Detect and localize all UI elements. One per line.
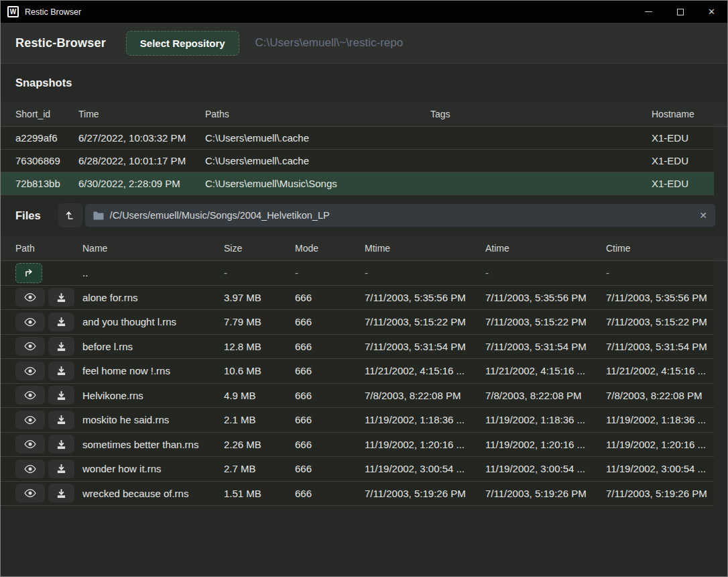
preview-file-button[interactable] — [15, 288, 45, 307]
download-icon — [56, 366, 66, 376]
preview-file-button[interactable] — [15, 386, 45, 405]
file-atime: 7/11/2003, 5:31:54 PM — [485, 341, 606, 352]
file-atime: 7/8/2003, 8:22:08 PM — [485, 390, 606, 401]
file-ctime: 11/21/2002, 4:15:16 ... — [606, 365, 709, 376]
file-size: 3.97 MB — [224, 292, 295, 303]
eye-icon — [23, 464, 37, 474]
file-mode: 666 — [295, 316, 365, 327]
download-file-button[interactable] — [48, 313, 74, 331]
file-size: 10.6 MB — [224, 365, 295, 376]
file-name: wrecked because of.rns — [82, 488, 224, 499]
snapshots-table-header: Short_idTimePathsTagsHostname — [1, 101, 727, 127]
snapshot-short-id: 76306869 — [15, 155, 78, 166]
snapshot-short-id: 72b813bb — [15, 178, 78, 189]
file-row: moskito he said.rns 2.1 MB 666 11/19/200… — [1, 408, 714, 433]
current-path-input[interactable]: /C/Users/emuell/Music/Songs/2004_Helveti… — [85, 204, 715, 227]
file-mtime: 7/11/2003, 5:19:26 PM — [365, 488, 485, 499]
download-icon — [56, 293, 66, 303]
file-actions — [15, 435, 82, 454]
file-row: and you thought l.rns 7.79 MB 666 7/11/2… — [1, 310, 714, 335]
preview-file-button[interactable] — [15, 313, 45, 331]
preview-file-button[interactable] — [15, 362, 45, 380]
file-mode: 666 — [295, 365, 365, 376]
file-mode: 666 — [295, 414, 365, 425]
eye-icon — [23, 366, 37, 376]
close-button[interactable]: ✕ — [696, 1, 727, 23]
download-file-button[interactable] — [48, 362, 74, 380]
file-name: feel home now !.rns — [82, 365, 224, 376]
app-title: Restic-Browser — [15, 36, 106, 50]
app-header: Restic-Browser Select Repository C:\User… — [1, 23, 727, 64]
preview-file-button[interactable] — [15, 435, 45, 454]
file-atime: - — [485, 267, 606, 278]
wails-logo-icon: W — [7, 6, 19, 17]
files-table-header: PathNameSizeModeMtimeAtimeCtime — [1, 235, 727, 261]
current-path-text: /C/Users/emuell/Music/Songs/2004_Helveti… — [110, 210, 693, 221]
file-ctime: 7/11/2003, 5:31:54 PM — [606, 341, 709, 352]
file-mtime: 7/8/2003, 8:22:08 PM — [365, 390, 485, 401]
snapshot-row[interactable]: 72b813bb 6/30/2022, 2:28:09 PM C:\Users\… — [1, 172, 714, 195]
file-ctime: 7/11/2003, 5:15:22 PM — [606, 316, 709, 327]
file-name: wonder how it.rns — [82, 463, 224, 474]
window-controls: ✕ — [633, 1, 727, 23]
download-file-button[interactable] — [48, 484, 74, 503]
download-icon — [56, 317, 66, 327]
up-level-button[interactable] — [58, 203, 82, 227]
snapshot-row[interactable]: 76306869 6/28/2022, 10:01:17 PM C:\Users… — [1, 150, 714, 172]
download-file-button[interactable] — [48, 386, 74, 405]
download-file-button[interactable] — [48, 460, 74, 478]
preview-file-button[interactable] — [15, 460, 45, 478]
minimize-button[interactable] — [633, 1, 664, 23]
file-row: wonder how it.rns 2.7 MB 666 11/19/2002,… — [1, 457, 714, 482]
snapshot-paths: C:\Users\emuell\.cache — [205, 155, 430, 166]
file-size: 7.79 MB — [224, 316, 295, 327]
file-atime: 7/11/2003, 5:35:56 PM — [485, 292, 606, 303]
file-mtime: 11/19/2002, 3:00:54 ... — [365, 463, 485, 474]
download-icon — [56, 390, 66, 401]
repository-path: C:\Users\emuell\~\restic-repo — [255, 36, 404, 50]
download-file-button[interactable] — [48, 337, 74, 356]
file-atime: 11/21/2002, 4:15:16 ... — [485, 365, 606, 376]
snapshot-row[interactable]: a2299af6 6/27/2022, 10:03:32 PM C:\Users… — [1, 127, 714, 150]
file-mode: - — [295, 267, 365, 278]
download-file-button[interactable] — [48, 288, 74, 307]
download-file-button[interactable] — [48, 435, 74, 454]
download-icon — [56, 415, 66, 425]
files-section-header: Files /C/Users/emuell/Music/Songs/2004_H… — [1, 195, 727, 235]
download-file-button[interactable] — [48, 411, 74, 429]
eye-icon — [23, 390, 37, 400]
maximize-button[interactable] — [664, 1, 696, 23]
preview-file-button[interactable] — [15, 337, 45, 356]
file-actions — [15, 313, 82, 331]
window-title: Restic Browser — [25, 7, 81, 17]
go-to-parent-button[interactable] — [15, 263, 42, 283]
download-icon — [56, 488, 66, 499]
preview-file-button[interactable] — [15, 484, 45, 503]
files-column-header: Name — [82, 243, 224, 254]
files-column-header: Mtime — [365, 243, 485, 254]
file-name: before l.rns — [82, 341, 224, 352]
clear-path-button[interactable]: ✕ — [699, 210, 707, 221]
file-mode: 666 — [295, 341, 365, 352]
file-size: 2.7 MB — [224, 463, 295, 474]
file-atime: 11/19/2002, 1:18:36 ... — [485, 414, 606, 425]
file-atime: 7/11/2003, 5:19:26 PM — [485, 488, 606, 499]
preview-file-button[interactable] — [15, 411, 45, 429]
snapshots-table-body: a2299af6 6/27/2022, 10:03:32 PM C:\Users… — [1, 127, 714, 195]
snapshot-hostname: X1-EDU — [652, 132, 699, 144]
download-icon — [56, 342, 66, 352]
snapshot-short-id: a2299af6 — [15, 132, 78, 144]
file-row: wrecked because of.rns 1.51 MB 666 7/11/… — [1, 482, 714, 507]
file-mode: 666 — [295, 488, 365, 499]
file-actions — [15, 288, 82, 307]
file-mode: 666 — [295, 292, 365, 303]
select-repository-button[interactable]: Select Repository — [126, 31, 239, 56]
snapshots-column-header: Tags — [430, 109, 652, 119]
file-actions — [15, 484, 82, 503]
file-size: - — [224, 267, 295, 278]
file-actions — [15, 386, 82, 405]
file-row: feel home now !.rns 10.6 MB 666 11/21/20… — [1, 359, 714, 384]
close-icon: ✕ — [708, 7, 715, 17]
file-row: alone for.rns 3.97 MB 666 7/11/2003, 5:3… — [1, 286, 714, 311]
file-name: and you thought l.rns — [82, 316, 224, 327]
